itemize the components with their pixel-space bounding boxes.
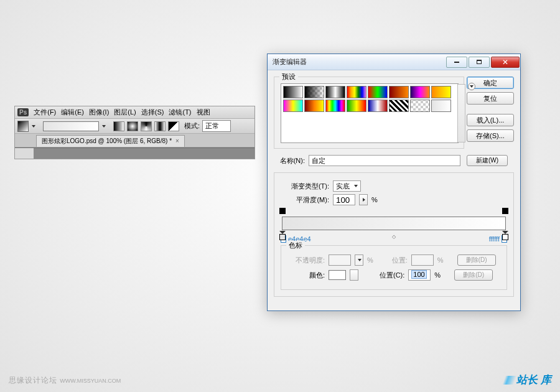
- preset-swatch[interactable]: [431, 86, 451, 98]
- presets-grid[interactable]: [281, 83, 459, 143]
- wave-icon: [503, 376, 517, 385]
- gradient-preview[interactable]: [43, 121, 99, 131]
- gradient-editor-dialog: 渐变编辑器 ✕ 确定 复位 载入(L)... 存储(S)... 预设: [267, 54, 521, 311]
- menu-edit[interactable]: 编辑(E): [61, 108, 84, 117]
- new-button[interactable]: 新建(W): [467, 155, 508, 166]
- location-label: 位置:: [392, 256, 408, 265]
- chevron-right-icon: [363, 198, 365, 202]
- gradient-bar[interactable]: ◇: [282, 217, 506, 230]
- delete-color-button: 删除(D): [454, 269, 493, 281]
- chevron-down-icon[interactable]: [32, 125, 35, 128]
- ps-logo: Ps: [17, 108, 29, 116]
- preset-swatch[interactable]: [283, 86, 303, 98]
- percent-label: %: [371, 196, 378, 203]
- gradient-tool-icon[interactable]: [17, 121, 29, 132]
- close-button[interactable]: ✕: [491, 57, 520, 68]
- menu-file[interactable]: 文件(F): [34, 108, 56, 117]
- chevron-down-icon[interactable]: [102, 125, 106, 128]
- opacity-stepper: [355, 254, 363, 266]
- reflected-gradient-icon[interactable]: [154, 121, 166, 131]
- color-swatch[interactable]: [329, 270, 346, 280]
- smoothness-input[interactable]: [333, 194, 355, 205]
- name-input[interactable]: [309, 155, 460, 166]
- angle-gradient-icon[interactable]: [141, 121, 152, 131]
- smoothness-stepper[interactable]: [359, 194, 368, 205]
- gradient-type-select[interactable]: 实底: [333, 180, 361, 192]
- preset-swatch[interactable]: [389, 100, 409, 112]
- delete-opacity-button: 删除(D): [457, 254, 496, 266]
- diamond-gradient-icon[interactable]: [168, 121, 179, 131]
- percent-label: %: [434, 271, 441, 279]
- presets-menu-icon[interactable]: [468, 83, 475, 90]
- ruler: [15, 148, 34, 159]
- footer-right-logo: 站长 库: [504, 373, 551, 387]
- menu-view[interactable]: 视图: [197, 108, 210, 117]
- preset-swatch[interactable]: [304, 100, 324, 112]
- preset-swatch[interactable]: [410, 86, 430, 98]
- color-stop-right[interactable]: [502, 231, 508, 240]
- opacity-stop-right[interactable]: [502, 208, 508, 217]
- opacity-label: 不透明度:: [286, 256, 325, 265]
- location2-input[interactable]: 100: [408, 269, 431, 281]
- mode-select[interactable]: 正常: [202, 120, 231, 132]
- stops-label: 色标: [286, 241, 305, 250]
- options-bar: 模式: 正常: [15, 119, 254, 134]
- preset-swatch[interactable]: [410, 100, 430, 112]
- color-picker-button[interactable]: [350, 269, 358, 281]
- menu-select[interactable]: 选择(S): [141, 108, 164, 117]
- canvas-area: [15, 147, 254, 159]
- preset-swatch[interactable]: [325, 100, 345, 112]
- opacity-input: [329, 254, 351, 266]
- color-stop-left[interactable]: [279, 231, 286, 240]
- dialog-title: 渐变编辑器: [273, 57, 446, 67]
- chevron-down-icon: [354, 185, 358, 187]
- preset-swatch[interactable]: [347, 100, 366, 112]
- load-button[interactable]: 载入(L)...: [467, 114, 514, 126]
- document-tabs: 图形炫彩LOGO.psd @ 100% (图层 6, RGB/8) *×: [15, 134, 254, 147]
- save-button[interactable]: 存储(S)...: [467, 129, 514, 142]
- location-input: [411, 254, 434, 266]
- preset-swatch[interactable]: [431, 100, 451, 112]
- menu-bar: Ps 文件(F) 编辑(E) 图像(I) 图层(L) 选择(S) 滤镜(T) 视…: [15, 106, 254, 119]
- preset-swatch[interactable]: [283, 100, 303, 112]
- gradient-type-label: 渐变类型(T):: [281, 182, 329, 191]
- menu-image[interactable]: 图像(I): [89, 108, 109, 117]
- midpoint-icon[interactable]: ◇: [392, 234, 396, 240]
- linear-gradient-icon[interactable]: [113, 121, 124, 131]
- preset-swatch[interactable]: [389, 86, 409, 98]
- menu-filter[interactable]: 滤镜(T): [169, 108, 191, 117]
- preset-swatch[interactable]: [304, 86, 324, 98]
- percent-label: %: [437, 256, 444, 264]
- hex-right: ffffff: [489, 235, 500, 243]
- percent-label: %: [367, 256, 373, 264]
- location2-label: 位置(C):: [380, 271, 404, 280]
- footer-left: 思缘设计论坛 WWW.MISSYUAN.COM: [9, 375, 121, 386]
- presets-label: 预设: [279, 72, 298, 82]
- mode-label: 模式:: [184, 121, 200, 131]
- preset-swatch[interactable]: [368, 100, 388, 112]
- preset-swatch[interactable]: [325, 86, 345, 98]
- menu-layer[interactable]: 图层(L): [114, 108, 136, 117]
- preset-swatch[interactable]: [368, 86, 388, 98]
- name-label: 名称(N):: [274, 156, 305, 166]
- opacity-stop-left[interactable]: [279, 208, 286, 217]
- maximize-button[interactable]: [469, 57, 490, 68]
- smoothness-label: 平滑度(M):: [281, 195, 329, 205]
- radial-gradient-icon[interactable]: [127, 121, 138, 131]
- reset-button[interactable]: 复位: [467, 92, 514, 105]
- minimize-button[interactable]: [446, 57, 467, 68]
- photoshop-toolbar: Ps 文件(F) 编辑(E) 图像(I) 图层(L) 选择(S) 滤镜(T) 视…: [14, 106, 255, 159]
- preset-swatch[interactable]: [347, 86, 366, 98]
- titlebar[interactable]: 渐变编辑器 ✕: [268, 54, 520, 70]
- close-icon[interactable]: ×: [175, 138, 179, 144]
- document-tab[interactable]: 图形炫彩LOGO.psd @ 100% (图层 6, RGB/8) *×: [36, 135, 185, 147]
- color-label: 颜色:: [286, 271, 325, 280]
